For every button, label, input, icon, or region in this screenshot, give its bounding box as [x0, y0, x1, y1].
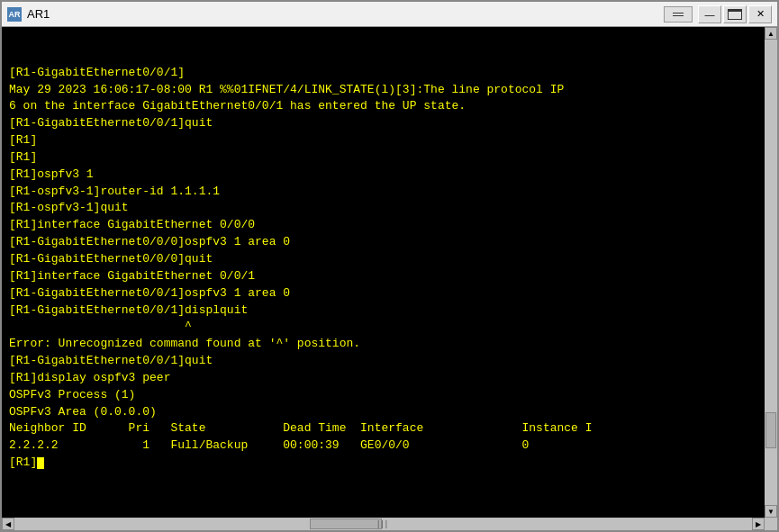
terminal-line: [R1-GigabitEthernet0/0/0]quit — [9, 251, 757, 268]
terminal-line: [R1]interface GigabitEthernet 0/0/1 — [9, 268, 757, 285]
terminal-line: [R1-ospfv3-1]router-id 1.1.1.1 — [9, 184, 757, 201]
window-controls: — ✕ — [664, 5, 772, 23]
scroll-left-button[interactable]: ◀ — [2, 518, 14, 530]
scroll-right-button[interactable]: ▶ — [752, 518, 765, 530]
terminal-line: [R1]interface GigabitEthernet 0/0/0 — [9, 217, 757, 234]
terminal-area[interactable]: [R1-GigabitEthernet0/0/1]May 29 2023 16:… — [2, 27, 777, 530]
terminal-line: [R1]ospfv3 1 — [9, 167, 757, 184]
window-title: AR1 — [27, 7, 50, 21]
terminal-line: [R1] — [9, 149, 757, 167]
app-icon: AR — [7, 7, 22, 22]
terminal-line: [R1-GigabitEthernet0/0/1]ospfv3 1 area 0 — [9, 285, 757, 302]
terminal-window: AR AR1 — ✕ [R1-GigabitEthernet0/0/1]May … — [0, 0, 779, 532]
scroll-thumb-vertical[interactable] — [765, 412, 776, 448]
terminal-cursor — [37, 457, 44, 469]
horizontal-scrollbar[interactable]: ◀ ||| ▶ — [2, 518, 777, 530]
terminal-line: ^ — [9, 319, 757, 336]
terminal-line: Neighbor ID Pri State Dead Time Interfac… — [9, 420, 757, 437]
terminal-line: [R1-GigabitEthernet0/0/1] — [9, 65, 757, 82]
terminal-line: [R1-ospfv3-1]quit — [9, 200, 757, 217]
scroll-grip: ||| — [377, 519, 389, 528]
scroll-down-button[interactable]: ▼ — [765, 505, 777, 518]
title-bar-left: AR AR1 — [7, 7, 50, 22]
vertical-scrollbar[interactable]: ▲ ▼ — [765, 27, 777, 518]
terminal-line: [R1] — [9, 132, 757, 149]
minimize-button[interactable]: — — [698, 5, 721, 23]
terminal-line: [R1-GigabitEthernet0/0/0]ospfv3 1 area 0 — [9, 234, 757, 251]
title-bar: AR AR1 — ✕ — [2, 2, 777, 27]
scroll-track-vertical[interactable] — [765, 40, 777, 505]
scrollbar-corner — [765, 518, 777, 530]
terminal-line: Error: Unrecognized command found at '^'… — [9, 336, 757, 353]
extra-ctrl[interactable] — [664, 6, 693, 23]
terminal-output[interactable]: [R1-GigabitEthernet0/0/1]May 29 2023 16:… — [2, 27, 765, 518]
terminal-line: May 29 2023 16:06:17-08:00 R1 %%01IFNET/… — [9, 82, 757, 99]
terminal-line: 6 on the interface GigabitEthernet0/0/1 … — [9, 98, 757, 115]
terminal-line: OSPFv3 Area (0.0.0.0) — [9, 404, 757, 421]
close-button[interactable]: ✕ — [748, 5, 772, 23]
restore-button[interactable] — [723, 5, 747, 23]
terminal-line: [R1-GigabitEthernet0/0/1]quit — [9, 353, 757, 370]
scroll-thumb-horizontal[interactable] — [310, 518, 382, 529]
terminal-line: [R1-GigabitEthernet0/0/1]displquit — [9, 302, 757, 320]
scroll-up-button[interactable]: ▲ — [765, 27, 777, 40]
terminal-line: [R1] — [9, 455, 757, 472]
terminal-line: [R1-GigabitEthernet0/0/1]quit — [9, 115, 757, 132]
terminal-line: [R1]display ospfv3 peer — [9, 370, 757, 387]
terminal-line: 2.2.2.2 1 Full/Backup 00:00:39 GE0/0/0 0 — [9, 437, 757, 455]
terminal-line: OSPFv3 Process (1) — [9, 387, 757, 404]
scroll-track-horizontal[interactable]: ||| — [14, 518, 752, 530]
